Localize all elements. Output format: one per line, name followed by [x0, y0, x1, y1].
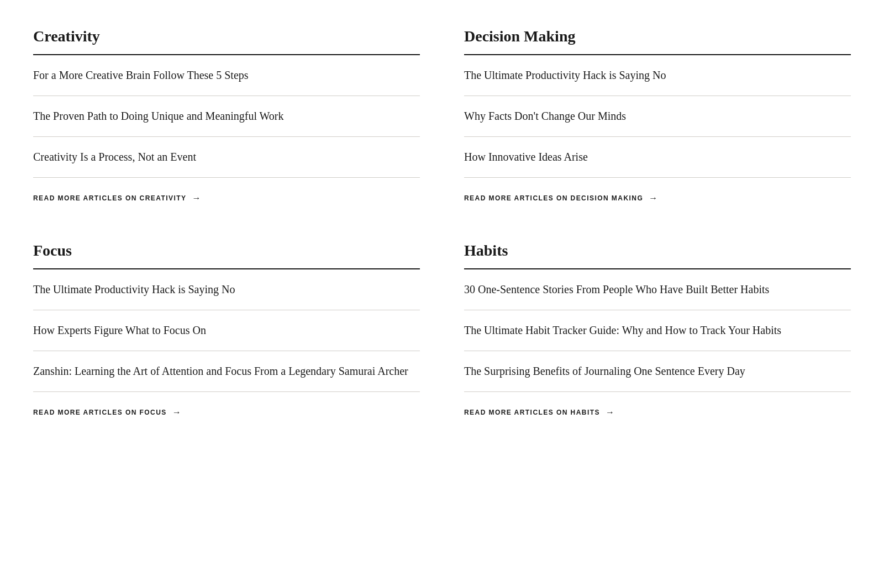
read-more-label-decision-making: READ MORE ARTICLES ON DECISION MAKING — [464, 194, 643, 202]
section-habits: Habits30 One-Sentence Stories From Peopl… — [464, 236, 851, 417]
section-title-decision-making: Decision Making — [464, 28, 851, 55]
list-item: For a More Creative Brain Follow These 5… — [33, 55, 420, 96]
article-list-habits: 30 One-Sentence Stories From People Who … — [464, 269, 851, 392]
article-link-habits-1[interactable]: The Ultimate Habit Tracker Guide: Why an… — [464, 324, 781, 336]
main-grid: CreativityFor a More Creative Brain Foll… — [33, 22, 851, 417]
section-title-habits: Habits — [464, 242, 851, 269]
read-more-arrow-habits: → — [606, 407, 615, 417]
article-link-focus-0[interactable]: The Ultimate Productivity Hack is Saying… — [33, 283, 235, 295]
article-link-habits-2[interactable]: The Surprising Benefits of Journaling On… — [464, 365, 745, 377]
list-item: The Surprising Benefits of Journaling On… — [464, 351, 851, 392]
article-link-creativity-1[interactable]: The Proven Path to Doing Unique and Mean… — [33, 110, 284, 122]
section-focus: FocusThe Ultimate Productivity Hack is S… — [33, 236, 420, 417]
section-creativity: CreativityFor a More Creative Brain Foll… — [33, 22, 420, 203]
article-link-creativity-0[interactable]: For a More Creative Brain Follow These 5… — [33, 69, 249, 81]
section-decision-making: Decision MakingThe Ultimate Productivity… — [464, 22, 851, 203]
article-link-focus-1[interactable]: How Experts Figure What to Focus On — [33, 324, 206, 336]
article-link-decision-making-1[interactable]: Why Facts Don't Change Our Minds — [464, 110, 626, 122]
list-item: How Innovative Ideas Arise — [464, 137, 851, 178]
list-item: 30 One-Sentence Stories From People Who … — [464, 269, 851, 310]
article-link-decision-making-2[interactable]: How Innovative Ideas Arise — [464, 151, 588, 163]
article-list-decision-making: The Ultimate Productivity Hack is Saying… — [464, 55, 851, 178]
read-more-habits[interactable]: READ MORE ARTICLES ON HABITS→ — [464, 407, 615, 417]
article-link-creativity-2[interactable]: Creativity Is a Process, Not an Event — [33, 151, 196, 163]
list-item: How Experts Figure What to Focus On — [33, 310, 420, 351]
list-item: The Ultimate Productivity Hack is Saying… — [33, 269, 420, 310]
read-more-arrow-creativity: → — [192, 193, 201, 203]
section-title-focus: Focus — [33, 242, 420, 269]
read-more-creativity[interactable]: READ MORE ARTICLES ON CREATIVITY→ — [33, 193, 202, 203]
article-link-habits-0[interactable]: 30 One-Sentence Stories From People Who … — [464, 283, 769, 295]
section-title-creativity: Creativity — [33, 28, 420, 55]
list-item: Zanshin: Learning the Art of Attention a… — [33, 351, 420, 392]
article-list-creativity: For a More Creative Brain Follow These 5… — [33, 55, 420, 178]
article-link-focus-2[interactable]: Zanshin: Learning the Art of Attention a… — [33, 365, 408, 377]
list-item: The Ultimate Habit Tracker Guide: Why an… — [464, 310, 851, 351]
list-item: The Ultimate Productivity Hack is Saying… — [464, 55, 851, 96]
list-item: Creativity Is a Process, Not an Event — [33, 137, 420, 178]
read-more-arrow-decision-making: → — [649, 193, 658, 203]
article-link-decision-making-0[interactable]: The Ultimate Productivity Hack is Saying… — [464, 69, 666, 81]
list-item: Why Facts Don't Change Our Minds — [464, 96, 851, 137]
read-more-focus[interactable]: READ MORE ARTICLES ON FOCUS→ — [33, 407, 182, 417]
read-more-label-creativity: READ MORE ARTICLES ON CREATIVITY — [33, 194, 186, 202]
read-more-arrow-focus: → — [172, 407, 182, 417]
list-item: The Proven Path to Doing Unique and Mean… — [33, 96, 420, 137]
read-more-label-focus: READ MORE ARTICLES ON FOCUS — [33, 409, 167, 416]
article-list-focus: The Ultimate Productivity Hack is Saying… — [33, 269, 420, 392]
read-more-label-habits: READ MORE ARTICLES ON HABITS — [464, 409, 600, 416]
read-more-decision-making[interactable]: READ MORE ARTICLES ON DECISION MAKING→ — [464, 193, 659, 203]
